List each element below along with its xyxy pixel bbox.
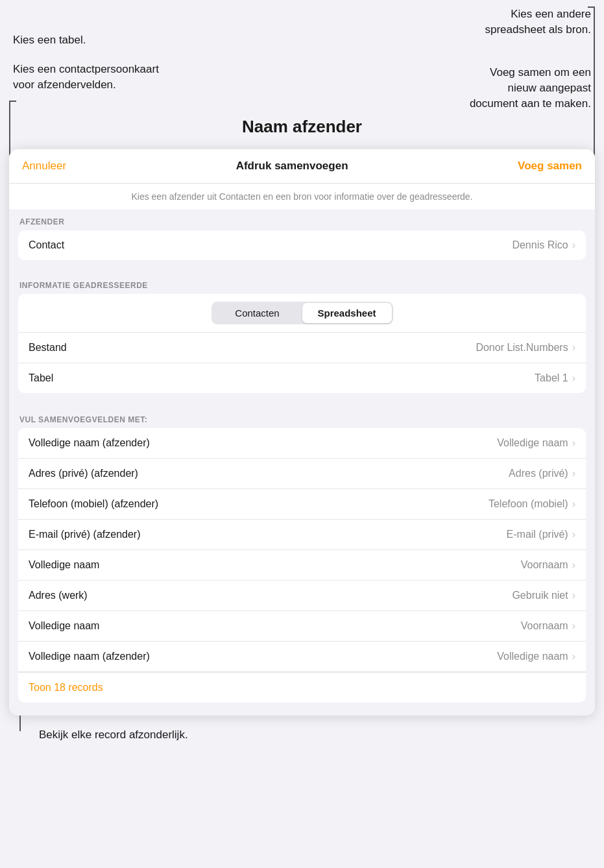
vul-label-0: Volledige naam (afzender): [29, 437, 150, 449]
geadresseerde-section: INFORMATIE GEADRESSEERDE Contacten Sprea…: [9, 273, 595, 406]
vul-section: VUL SAMENVOEGVELDEN MET: Volledige naam …: [9, 406, 595, 716]
contact-value-area: Dennis Rico ›: [512, 239, 575, 251]
vul-chevron-1: ›: [572, 468, 575, 479]
vul-label-7: Volledige naam (afzender): [29, 651, 150, 662]
vul-value-area-3: E-mail (privé) ›: [507, 529, 575, 540]
contact-chevron-icon: ›: [572, 239, 575, 251]
vul-value-3: E-mail (privé): [507, 529, 568, 540]
vul-label-6: Volledige naam: [29, 620, 99, 632]
tabel-chevron-icon: ›: [572, 372, 575, 384]
vul-row-6[interactable]: Volledige naam Voornaam ›: [18, 611, 586, 642]
doc-title-behind: Naam afzender: [0, 117, 604, 137]
vul-label-4: Volledige naam: [29, 559, 99, 571]
bestand-chevron-icon: ›: [572, 342, 575, 354]
vul-value-5: Gebruik niet: [512, 590, 568, 601]
geadresseerde-content: Contacten Spreadsheet Bestand Donor List…: [18, 294, 586, 393]
contact-value: Dennis Rico: [512, 239, 568, 251]
annotation-top-left: Kies een tabel.: [13, 32, 86, 48]
vul-value-1: Adres (privé): [509, 468, 568, 479]
tabel-value-area: Tabel 1 ›: [535, 372, 575, 384]
segment-spreadsheet[interactable]: Spreadsheet: [302, 303, 392, 323]
bestand-row[interactable]: Bestand Donor List.Numbers ›: [18, 333, 586, 363]
vul-chevron-6: ›: [572, 620, 575, 632]
vul-value-area-4: Voornaam ›: [521, 559, 575, 571]
dialog-header: Annuleer Afdruk samenvoegen Voeg samen: [9, 149, 595, 184]
vul-chevron-3: ›: [572, 529, 575, 540]
dialog-title: Afdruk samenvoegen: [236, 160, 348, 173]
vul-value-area-6: Voornaam ›: [521, 620, 575, 632]
vul-value-2: Telefoon (mobiel): [489, 498, 568, 510]
vul-value-7: Volledige naam: [497, 651, 568, 662]
segment-wrapper: Contacten Spreadsheet: [18, 294, 586, 333]
vul-row-5[interactable]: Adres (werk) Gebruik niet ›: [18, 581, 586, 611]
annotation-mid-right: Voeg samen om eennieuw aangepastdocument…: [470, 65, 591, 111]
vul-value-area-0: Volledige naam ›: [497, 437, 575, 449]
bestand-value-area: Donor List.Numbers ›: [476, 342, 575, 354]
segment-control: Contacten Spreadsheet: [211, 302, 393, 324]
annotation-mid-left: Kies een contactpersoonkaartvoor afzende…: [13, 62, 159, 93]
vul-section-label: VUL SAMENVOEGVELDEN MET:: [9, 406, 595, 428]
vul-row-1[interactable]: Adres (privé) (afzender) Adres (privé) ›: [18, 459, 586, 489]
vul-row-7[interactable]: Volledige naam (afzender) Volledige naam…: [18, 642, 586, 672]
vul-label-5: Adres (werk): [29, 590, 88, 601]
afzender-label: AFZENDER: [9, 210, 595, 230]
tabel-label: Tabel: [29, 372, 53, 384]
vul-value-area-1: Adres (privé) ›: [509, 468, 575, 479]
vul-value-area-5: Gebruik niet ›: [512, 590, 575, 601]
vul-label-1: Adres (privé) (afzender): [29, 468, 138, 479]
dialog-subtitle: Kies een afzender uit Contacten en een b…: [9, 184, 595, 210]
vul-chevron-5: ›: [572, 590, 575, 601]
contact-label: Contact: [29, 239, 64, 251]
dialog-panel: Annuleer Afdruk samenvoegen Voeg samen K…: [9, 149, 595, 716]
vul-row-3[interactable]: E-mail (privé) (afzender) E-mail (privé)…: [18, 520, 586, 550]
segment-contacten[interactable]: Contacten: [213, 303, 302, 323]
geadresseerde-label: INFORMATIE GEADRESSEERDE: [9, 273, 595, 294]
vul-row-2[interactable]: Telefoon (mobiel) (afzender) Telefoon (m…: [18, 489, 586, 520]
vul-chevron-7: ›: [572, 651, 575, 662]
bestand-label: Bestand: [29, 342, 67, 354]
tabel-row[interactable]: Tabel Tabel 1 ›: [18, 363, 586, 393]
bottom-annotation: Bekijk elke record afzonderlijk.: [0, 716, 604, 748]
vul-value-6: Voornaam: [521, 620, 568, 632]
afzender-section: AFZENDER Contact Dennis Rico ›: [9, 210, 595, 273]
vul-value-0: Volledige naam: [497, 437, 568, 449]
cancel-button[interactable]: Annuleer: [22, 160, 66, 173]
vul-chevron-0: ›: [572, 437, 575, 449]
vul-row-4[interactable]: Volledige naam Voornaam ›: [18, 550, 586, 581]
show-records-button[interactable]: Toon 18 records: [18, 672, 586, 703]
vul-value-4: Voornaam: [521, 559, 568, 571]
annotation-area: Kies een anderespreadsheet als bron. Kie…: [0, 0, 604, 149]
vul-rows: Volledige naam (afzender) Volledige naam…: [18, 428, 586, 703]
vul-label-2: Telefoon (mobiel) (afzender): [29, 498, 158, 510]
annotation-top-right: Kies een anderespreadsheet als bron.: [485, 6, 592, 38]
vul-chevron-4: ›: [572, 559, 575, 571]
vul-row-0[interactable]: Volledige naam (afzender) Volledige naam…: [18, 428, 586, 459]
afzender-rows: Contact Dennis Rico ›: [18, 230, 586, 260]
contact-row[interactable]: Contact Dennis Rico ›: [18, 230, 586, 260]
vul-value-area-7: Volledige naam ›: [497, 651, 575, 662]
vul-label-3: E-mail (privé) (afzender): [29, 529, 140, 540]
tabel-value: Tabel 1: [535, 372, 568, 384]
voeg-samen-button[interactable]: Voeg samen: [518, 160, 582, 173]
bestand-value: Donor List.Numbers: [476, 342, 568, 354]
vul-value-area-2: Telefoon (mobiel) ›: [489, 498, 575, 510]
vul-chevron-2: ›: [572, 498, 575, 510]
